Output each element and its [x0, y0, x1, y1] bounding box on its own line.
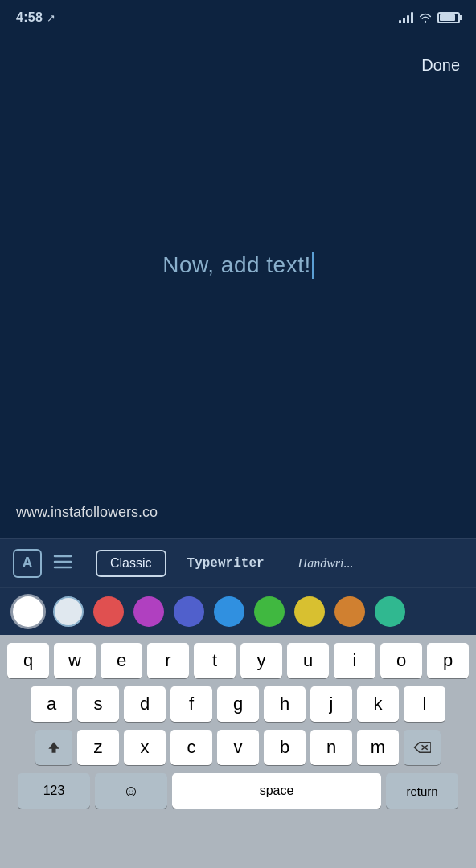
key-d[interactable]: d [124, 686, 166, 722]
key-r[interactable]: r [147, 643, 189, 678]
wifi-icon [418, 12, 433, 23]
key-x[interactable]: x [124, 730, 166, 765]
keyboard-rows: qwertyuiop asdfghjkl zxcvbnm 123☺spacere… [0, 635, 476, 812]
key-n[interactable]: n [310, 730, 352, 765]
main-canvas: Now, add text! [0, 0, 476, 530]
return-key[interactable]: return [386, 773, 458, 809]
key-l[interactable]: l [404, 686, 445, 722]
key-v[interactable]: v [217, 730, 259, 765]
backspace-key[interactable] [404, 730, 441, 765]
shift-key[interactable] [35, 730, 72, 765]
color-dot-green[interactable] [254, 596, 285, 627]
key-u[interactable]: u [287, 643, 329, 678]
numbers-key[interactable]: 123 [18, 773, 90, 809]
color-dot-yellow[interactable] [294, 596, 325, 627]
font-styles: Classic Typewriter Handwri... [96, 550, 366, 577]
font-style-classic[interactable]: Classic [96, 550, 166, 577]
color-dot-blue[interactable] [214, 596, 244, 627]
battery-icon [437, 12, 460, 23]
key-q[interactable]: q [7, 643, 49, 678]
color-dot-blue-purple[interactable] [174, 596, 204, 627]
color-dot-teal[interactable] [375, 596, 405, 627]
color-dot-white[interactable] [13, 596, 43, 627]
align-icon[interactable] [53, 554, 72, 573]
color-dot-light-gray[interactable] [53, 596, 84, 627]
location-icon: ↗ [47, 12, 55, 24]
key-e[interactable]: e [101, 643, 142, 678]
emoji-key[interactable]: ☺ [95, 773, 167, 809]
key-y[interactable]: y [240, 643, 282, 678]
key-a[interactable]: a [31, 686, 72, 722]
toolbar-divider [84, 551, 84, 575]
font-style-handwriting[interactable]: Handwri... [285, 551, 367, 575]
keyboard-row-2: asdfghjkl [3, 686, 473, 722]
toolbar: A Classic Typewriter Handwri... [0, 538, 476, 587]
key-g[interactable]: g [217, 686, 259, 722]
font-style-icon[interactable]: A [13, 549, 42, 578]
done-button[interactable]: Done [421, 56, 460, 75]
status-time: 4:58 [16, 10, 43, 25]
keyboard-row-4: 123☺spacereturn [3, 773, 473, 809]
keyboard-row-1: qwertyuiop [3, 643, 473, 678]
status-bar: 4:58 ↗ [0, 0, 476, 35]
key-c[interactable]: c [170, 730, 212, 765]
key-z[interactable]: z [77, 730, 119, 765]
key-h[interactable]: h [264, 686, 306, 722]
add-text-placeholder[interactable]: Now, add text! [162, 252, 313, 279]
text-cursor [312, 252, 314, 279]
key-p[interactable]: p [427, 643, 469, 678]
key-j[interactable]: j [310, 686, 352, 722]
watermark: www.instafollowers.co [16, 504, 158, 521]
signal-icon [399, 12, 413, 23]
key-w[interactable]: w [54, 643, 96, 678]
key-m[interactable]: m [357, 730, 399, 765]
color-dot-red[interactable] [93, 596, 124, 627]
key-t[interactable]: t [194, 643, 236, 678]
keyboard: qwertyuiop asdfghjkl zxcvbnm 123☺spacere… [0, 635, 476, 868]
color-picker [0, 587, 476, 635]
status-icons [399, 12, 460, 23]
color-dot-purple[interactable] [133, 596, 164, 627]
key-k[interactable]: k [357, 686, 399, 722]
key-b[interactable]: b [264, 730, 306, 765]
space-key[interactable]: space [172, 773, 381, 809]
color-dot-orange[interactable] [334, 596, 365, 627]
keyboard-row-3: zxcvbnm [3, 730, 473, 765]
key-i[interactable]: i [334, 643, 375, 678]
key-s[interactable]: s [77, 686, 119, 722]
key-f[interactable]: f [170, 686, 212, 722]
key-o[interactable]: o [380, 643, 422, 678]
font-style-typewriter[interactable]: Typewriter [174, 551, 277, 575]
